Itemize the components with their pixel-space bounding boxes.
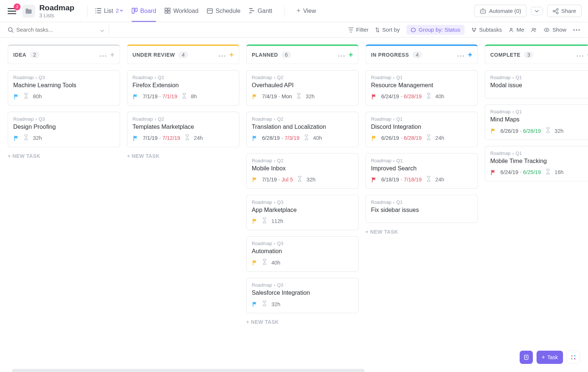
group-by-button[interactable]: Group by: Status xyxy=(406,25,465,35)
card-date-range[interactable]: 6/24/19 - 6/28/19 xyxy=(381,93,422,99)
card-date-range[interactable]: 6/24/19 - 6/25/19 xyxy=(501,169,541,175)
hourglass-icon xyxy=(545,127,550,134)
column-header[interactable]: IDEA 2 + xyxy=(8,45,120,64)
column-more-button[interactable] xyxy=(100,52,107,59)
tab-gantt[interactable]: Gantt xyxy=(249,0,272,22)
share-button[interactable]: Share xyxy=(547,5,582,17)
column-header[interactable]: IN PROGRESS 4 + xyxy=(365,45,478,64)
card-date-range[interactable]: 6/26/19 - 6/28/19 xyxy=(381,135,422,141)
column-header[interactable]: PLANNED 6 + xyxy=(246,45,359,64)
card-date-range[interactable]: 6/18/19 - 7/18/19 xyxy=(381,177,422,183)
card-date-range[interactable]: 7/4/19 - Mon xyxy=(262,93,292,99)
priority-flag-icon[interactable] xyxy=(490,169,496,175)
assignees-button[interactable] xyxy=(531,27,537,32)
task-card[interactable]: Roadmap›Q3 App Marketplace 112h xyxy=(246,195,359,230)
task-card[interactable]: Roadmap›Q1 Modal issue xyxy=(485,70,588,99)
tab-workload[interactable]: Workload xyxy=(165,0,198,22)
add-view-button[interactable]: + View xyxy=(297,0,316,22)
new-task-button[interactable]: + NEW TASK xyxy=(365,229,478,235)
card-date-range[interactable]: 7/1/19 - Jul 5 xyxy=(262,177,293,183)
tab-schedule[interactable]: Schedule xyxy=(207,0,240,22)
column-more-button[interactable] xyxy=(338,52,345,59)
search-expand[interactable] xyxy=(100,26,104,33)
filter-button[interactable]: Filter xyxy=(348,26,369,33)
new-task-button[interactable]: + NEW TASK xyxy=(246,319,359,325)
priority-flag-icon[interactable] xyxy=(13,93,19,99)
priority-flag-icon[interactable] xyxy=(252,301,258,307)
task-card[interactable]: Roadmap›Q2 Overhauled API 7/4/19 - Mon32… xyxy=(246,70,359,106)
card-breadcrumb: Roadmap›Q1 xyxy=(490,75,588,80)
priority-flag-icon[interactable] xyxy=(371,135,377,141)
toolbar: Filter Sort by Group by: Status Subtasks… xyxy=(0,22,588,38)
priority-flag-icon[interactable] xyxy=(252,218,258,224)
priority-flag-icon[interactable] xyxy=(252,135,258,141)
priority-flag-icon[interactable] xyxy=(252,93,258,99)
card-date-range[interactable]: 6/28/19 - 7/3/19 xyxy=(262,135,300,141)
task-card[interactable]: Roadmap›Q1 Resource Management 6/24/19 -… xyxy=(365,70,478,106)
fab-notepad[interactable] xyxy=(520,351,533,364)
column-add-button[interactable]: + xyxy=(468,50,472,59)
automate-dropdown[interactable] xyxy=(531,7,543,15)
more-horizontal-icon xyxy=(338,55,345,57)
task-card[interactable]: Roadmap›Q3 Salesforce Integration 32h xyxy=(246,278,359,313)
task-card[interactable]: Roadmap›Q2 Firefox Extension 7/1/19 - 7/… xyxy=(127,70,239,106)
card-date-range[interactable]: 7/1/19 - 7/12/19 xyxy=(143,135,180,141)
sidebar-toggle-button[interactable]: 3 xyxy=(6,5,18,17)
card-title: Discord Integration xyxy=(371,123,472,130)
task-card[interactable]: Roadmap›Q1 Fix sidebar issues xyxy=(365,195,478,223)
tab-list[interactable]: List 2 xyxy=(95,0,123,22)
column-name: IDEA xyxy=(13,52,26,58)
new-task-button[interactable]: + NEW TASK xyxy=(8,153,120,159)
me-button[interactable]: Me xyxy=(509,26,524,33)
more-horizontal-icon xyxy=(219,55,226,57)
task-card[interactable]: Roadmap›Q1 Discord Integration 6/26/19 -… xyxy=(365,112,478,148)
column-more-button[interactable] xyxy=(219,52,226,59)
card-title: Automation xyxy=(252,248,353,255)
task-card[interactable]: Roadmap›Q3 Design Proofing 32h xyxy=(8,112,120,148)
card-title: Mind Maps xyxy=(490,116,588,123)
show-button[interactable]: Show xyxy=(544,26,566,33)
horizontal-scrollbar[interactable] xyxy=(12,369,364,372)
priority-flag-icon[interactable] xyxy=(371,177,377,183)
task-card[interactable]: Roadmap›Q2 Translation and Localization … xyxy=(246,112,359,148)
plus-icon: + xyxy=(297,7,301,14)
more-button[interactable] xyxy=(573,29,580,31)
sort-button[interactable]: Sort by xyxy=(375,26,400,33)
column-header[interactable]: COMPLETE 3 + xyxy=(485,45,588,64)
column-header[interactable]: UNDER REVIEW 4 + xyxy=(127,45,239,64)
priority-flag-icon[interactable] xyxy=(13,135,19,141)
more-horizontal-icon xyxy=(573,29,580,31)
apps-grid-icon xyxy=(570,354,576,360)
column-add-button[interactable]: + xyxy=(348,50,353,59)
priority-flag-icon[interactable] xyxy=(490,128,496,134)
column-more-button[interactable] xyxy=(458,52,465,59)
card-date-range[interactable]: 7/1/19 - 7/1/19 xyxy=(143,93,177,99)
task-card[interactable]: Roadmap›Q3 Machine Learning Tools 80h xyxy=(8,70,120,106)
fab-apps[interactable] xyxy=(567,351,580,364)
priority-flag-icon[interactable] xyxy=(371,93,377,99)
column-more-button[interactable] xyxy=(577,52,584,59)
svg-rect-37 xyxy=(524,355,528,359)
card-date-range[interactable]: 6/26/19 - 6/28/19 xyxy=(501,128,541,134)
robot-icon xyxy=(480,8,487,14)
task-card[interactable]: Roadmap›Q3 Automation 40h xyxy=(246,236,359,272)
task-card[interactable]: Roadmap›Q1 Mobile Time Tracking 6/24/19 … xyxy=(485,146,588,182)
priority-flag-icon[interactable] xyxy=(133,93,139,99)
task-card[interactable]: Roadmap›Q1 Mind Maps 6/26/19 - 6/28/1932… xyxy=(485,104,588,140)
priority-flag-icon[interactable] xyxy=(252,177,258,183)
new-task-button[interactable]: + NEW TASK xyxy=(127,153,239,159)
folder-chip[interactable] xyxy=(22,4,35,17)
automate-button[interactable]: Automate (0) xyxy=(474,5,527,17)
fab-new-task[interactable]: + Task xyxy=(537,351,563,364)
column-add-button[interactable]: + xyxy=(110,50,114,59)
task-card[interactable]: Roadmap›Q2 Mobile Inbox 7/1/19 - Jul 532… xyxy=(246,153,359,189)
tab-board[interactable]: Board xyxy=(132,0,156,22)
priority-flag-icon[interactable] xyxy=(252,259,258,265)
search-input[interactable] xyxy=(16,26,85,33)
column-add-button[interactable]: + xyxy=(229,50,234,59)
task-card[interactable]: Roadmap›Q1 Improved Search 6/18/19 - 7/1… xyxy=(365,153,478,189)
priority-flag-icon[interactable] xyxy=(133,135,139,141)
subtasks-button[interactable]: Subtasks xyxy=(472,26,502,33)
task-card[interactable]: Roadmap›Q2 Templates Marketplace 7/1/19 … xyxy=(127,112,239,148)
column-add-button[interactable]: + xyxy=(587,50,588,59)
